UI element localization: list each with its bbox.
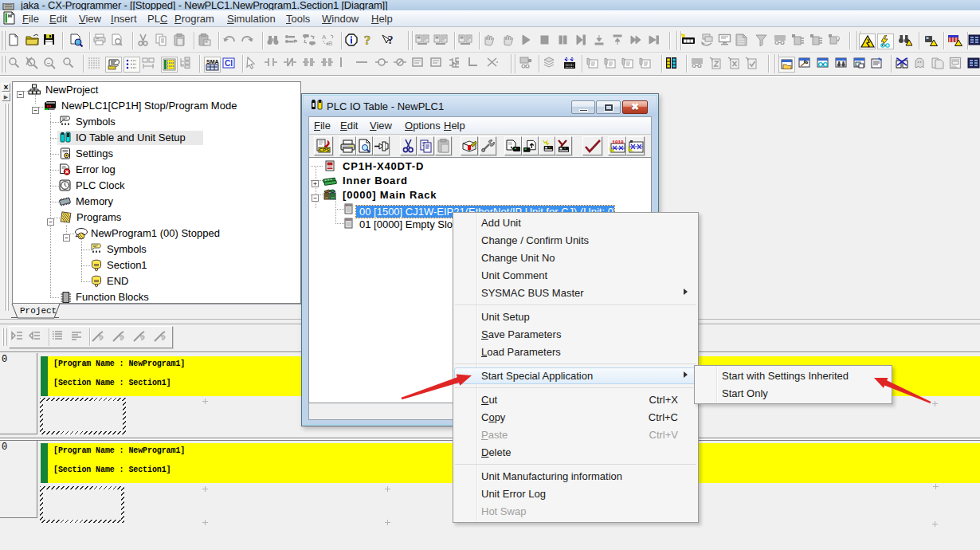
svg-text:SMA: SMA bbox=[206, 59, 219, 65]
svg-text:?: ? bbox=[364, 33, 371, 46]
svg-text:CI: CI bbox=[225, 59, 233, 68]
svg-text:1010: 1010 bbox=[612, 139, 624, 145]
svg-text:B: B bbox=[328, 40, 332, 46]
svg-text:A: A bbox=[322, 33, 327, 41]
svg-text:CPS: CPS bbox=[319, 147, 329, 152]
